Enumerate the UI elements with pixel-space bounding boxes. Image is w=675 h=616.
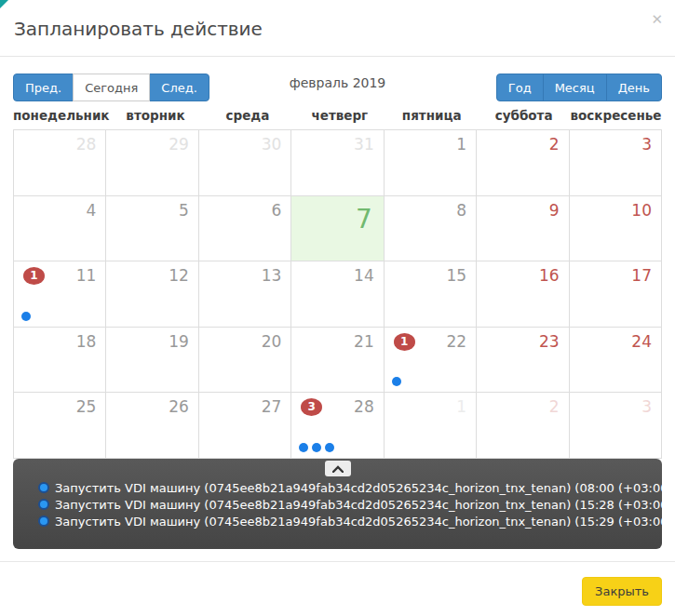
day-cell[interactable]: 29 [106,130,198,196]
event-dot-icon[interactable] [312,443,321,452]
day-cell[interactable]: 2 [477,130,569,196]
event-item[interactable]: Запустить VDI машину (0745ee8b21a949fab3… [38,479,653,496]
day-number: 19 [169,332,189,351]
day-number: 14 [354,266,374,285]
day-number: 10 [631,201,652,220]
day-number: 28 [354,397,374,416]
events-list: Запустить VDI машину (0745ee8b21a949fab3… [38,479,653,529]
event-dot-icon[interactable] [325,443,334,452]
weekday-header-row: понедельниквторниксредачетвергпятницасуб… [13,108,662,123]
day-cell[interactable]: 26 [106,393,198,459]
day-number: 24 [631,332,652,351]
day-number: 7 [356,204,372,234]
day-cell[interactable]: 3 [570,393,662,459]
weekday-header: пятница [385,108,478,123]
day-number: 25 [76,397,97,416]
weekday-header: понедельник [13,108,110,123]
day-cell[interactable]: 8 [385,196,477,262]
day-cell[interactable]: 10 [570,196,662,262]
modal-title: Запланировать действие [14,18,263,40]
weekday-header: суббота [478,108,570,123]
day-number: 3 [641,135,652,154]
event-dots [299,443,334,452]
day-number: 6 [271,201,281,220]
day-cell[interactable]: 4 [14,196,106,262]
day-cell[interactable]: 14 [291,261,384,328]
event-item[interactable]: Запустить VDI машину (0745ee8b21a949fab3… [38,513,653,529]
event-dot-icon[interactable] [392,377,401,386]
event-count-badge[interactable]: 3 [301,398,322,416]
close-modal-button[interactable]: Закрыть [582,577,662,606]
day-cell[interactable]: 17 [570,261,662,328]
day-number: 21 [354,332,374,351]
day-cell[interactable]: 7 [291,196,384,262]
day-number: 8 [456,201,466,220]
day-cell[interactable]: 3 [570,130,662,196]
day-number: 4 [87,201,97,220]
day-cell[interactable]: 27 [199,393,291,459]
day-cell[interactable]: 21 [291,328,384,394]
event-dot-icon[interactable] [299,443,308,452]
day-number: 15 [447,266,467,285]
weekday-header: четверг [293,108,385,123]
event-count-badge[interactable]: 1 [394,333,415,351]
day-cell[interactable]: 31 [291,130,384,196]
day-cell[interactable]: 15 [385,261,477,328]
day-cell[interactable]: 221 [385,328,477,394]
day-number: 20 [262,332,282,351]
weekday-header: вторник [110,108,202,123]
day-cell[interactable]: 25 [14,393,106,459]
day-cell[interactable]: 111 [14,261,106,328]
day-number: 12 [169,266,189,285]
corner-artifact [0,0,8,8]
close-icon[interactable]: ✕ [651,13,663,27]
day-number: 5 [179,201,189,220]
day-cell[interactable]: 2 [477,393,569,459]
day-cell[interactable]: 30 [199,130,291,196]
year-view-button[interactable]: Год [496,74,544,101]
events-panel: Запустить VDI машину (0745ee8b21a949fab3… [13,459,662,549]
event-dot-icon[interactable] [21,312,31,321]
collapse-panel-tab[interactable] [325,461,351,476]
month-view-button[interactable]: Месяц [543,74,607,101]
day-view-button[interactable]: День [606,74,662,101]
modal-header: Запланировать действие ✕ [0,0,675,57]
event-label: Запустить VDI машину (0745ee8b21a949fab3… [55,498,675,512]
day-number: 3 [641,397,652,416]
day-cell[interactable]: 28 [14,130,106,196]
today-button[interactable]: Сегодня [73,74,150,101]
day-number: 31 [354,135,374,154]
day-cell[interactable]: 1 [385,130,477,196]
event-label: Запустить VDI машину (0745ee8b21a949fab3… [55,481,675,495]
day-cell[interactable]: 5 [106,196,198,262]
day-number: 27 [262,397,282,416]
weekday-header: среда [201,108,293,123]
day-cell[interactable]: 9 [477,196,569,262]
day-cell[interactable]: 18 [14,328,106,394]
event-item[interactable]: Запустить VDI машину (0745ee8b21a949fab3… [38,496,653,513]
view-button-group: Год Месяц День [496,74,662,101]
day-number: 23 [539,332,560,351]
day-number: 2 [549,135,560,154]
event-count-badge[interactable]: 1 [23,267,45,285]
day-number: 28 [76,135,97,154]
event-status-icon [38,516,49,527]
day-cell[interactable]: 12 [106,261,198,328]
day-cell[interactable]: 13 [199,261,291,328]
event-status-icon [38,499,49,510]
day-cell[interactable]: 24 [570,328,662,394]
day-cell[interactable]: 19 [106,328,198,394]
day-cell[interactable]: 1 [385,393,477,459]
day-number: 18 [76,332,97,351]
day-cell[interactable]: 23 [477,328,569,394]
day-number: 16 [539,266,560,285]
day-number: 29 [169,135,189,154]
day-cell[interactable]: 20 [199,328,291,394]
day-number: 1 [456,397,466,416]
event-status-icon [38,482,49,493]
day-cell[interactable]: 283 [291,393,384,459]
day-number: 2 [549,397,560,416]
day-cell[interactable]: 16 [477,261,569,328]
weekday-header: воскресенье [570,108,662,123]
day-cell[interactable]: 6 [199,196,291,262]
